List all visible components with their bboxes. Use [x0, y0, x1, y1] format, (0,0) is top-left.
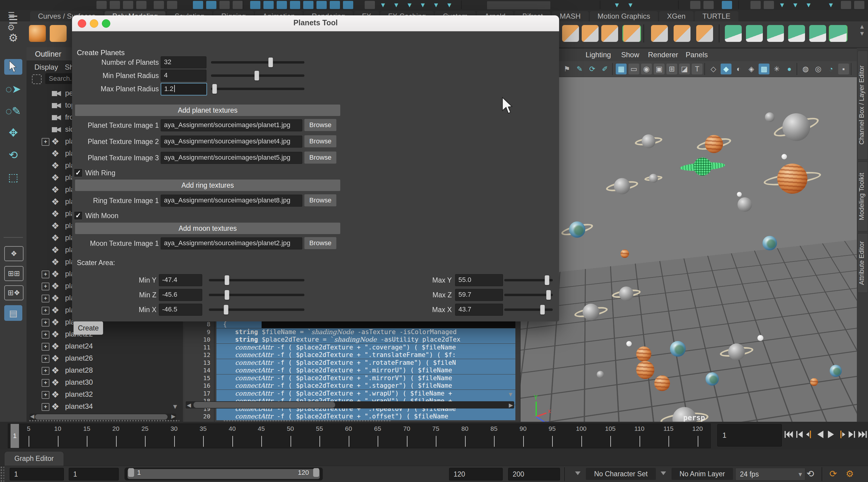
- outliner-menu-display[interactable]: Display: [34, 63, 58, 71]
- shelf-tab-motion-graphics[interactable]: Motion Graphics: [590, 11, 658, 22]
- viewport-toolbar-icon[interactable]: ◔: [826, 64, 836, 74]
- tool-menu-icon[interactable]: ☰: [4, 12, 22, 28]
- selection-box-icon[interactable]: [32, 74, 41, 84]
- toolbar-icon[interactable]: [316, 1, 327, 9]
- toolbar-icon[interactable]: [154, 1, 164, 9]
- planet[interactable]: [757, 335, 764, 341]
- range-slider[interactable]: 1 120: [124, 468, 323, 481]
- play-forward-button[interactable]: [826, 426, 836, 443]
- tool-rotate-icon[interactable]: ⟲: [4, 147, 22, 163]
- scatter-slider-handle[interactable]: [224, 305, 228, 315]
- shelf-tab-turtle[interactable]: TURTLE: [695, 11, 738, 22]
- shelf-item-icon[interactable]: [809, 25, 826, 42]
- planet[interactable]: [763, 236, 777, 250]
- go-start-button[interactable]: [784, 426, 794, 443]
- field-min-planet-radius[interactable]: 4: [161, 70, 207, 82]
- outliner-item-planet22[interactable]: +❖planet22: [27, 328, 183, 341]
- viewport-toolbar-icon[interactable]: ◈: [746, 64, 757, 74]
- expand-icon[interactable]: +: [41, 343, 50, 351]
- expand-icon[interactable]: +: [41, 138, 50, 146]
- planet[interactable]: [670, 341, 686, 357]
- texture-path-field[interactable]: aya_Assignment/sourceimages/planet2.jpg: [161, 237, 302, 250]
- toolbar-icon[interactable]: [365, 1, 375, 9]
- planet[interactable]: [649, 174, 658, 183]
- with-ring-checkbox[interactable]: ✓: [74, 168, 83, 177]
- create-button[interactable]: Create: [73, 321, 103, 335]
- viewport-menu-renderer[interactable]: Renderer: [648, 51, 678, 59]
- toolbar-icon[interactable]: ▼: [612, 1, 622, 9]
- planet[interactable]: [569, 221, 585, 238]
- tool-settings-icon[interactable]: ⚙: [4, 30, 22, 46]
- shelf-item-icon[interactable]: [601, 25, 618, 42]
- perspective-viewport[interactable]: Y x z persp ShadingLightingShowRendererP…: [520, 48, 858, 422]
- browse-button[interactable]: Browse: [304, 135, 336, 147]
- playback-loop-icon[interactable]: ⟲: [807, 469, 814, 479]
- viewport-toolbar-icon[interactable]: ▩: [758, 64, 770, 74]
- planet[interactable]: [728, 344, 745, 360]
- tool-outliner-persp-layout-icon[interactable]: ▤: [4, 305, 22, 321]
- planet[interactable]: [583, 304, 599, 321]
- shelf-item-icon[interactable]: [767, 25, 784, 42]
- planet[interactable]: [654, 375, 670, 391]
- toolbar-icon[interactable]: [136, 1, 147, 9]
- slider-track[interactable]: [211, 74, 304, 77]
- toolbar-icon[interactable]: [704, 1, 714, 9]
- planet[interactable]: [706, 372, 719, 386]
- viewport-toolbar-icon[interactable]: ◐: [733, 64, 744, 74]
- toolbar-icon[interactable]: [96, 1, 107, 9]
- planet[interactable]: [636, 361, 654, 379]
- planet[interactable]: [642, 134, 655, 148]
- toolbar-icon[interactable]: ▼: [418, 1, 428, 9]
- planet[interactable]: [636, 347, 651, 361]
- animation-end-field[interactable]: 200: [508, 468, 560, 481]
- code-line[interactable]: connectAttr -f ( $place2dTexture + ".mir…: [216, 375, 516, 382]
- shelf-scroll-arrows[interactable]: ▲▼: [859, 23, 865, 37]
- texture-path-field[interactable]: aya_Assignment/sourceimages/planet8.jpg: [161, 195, 302, 207]
- scatter-slider-handle[interactable]: [225, 275, 229, 285]
- expand-icon[interactable]: +: [41, 295, 50, 302]
- browse-button[interactable]: Browse: [304, 194, 336, 206]
- character-set-menu-icon[interactable]: [575, 472, 581, 475]
- code-line[interactable]: connectAttr -f ( $place2dTexture + ".mir…: [216, 366, 516, 374]
- add-ring-textures-button[interactable]: Add ring textures: [75, 180, 340, 191]
- tab-channel-box-layer-editor[interactable]: Channel Box / Layer Editor: [858, 51, 868, 160]
- step-forward-button[interactable]: [847, 426, 857, 443]
- toolbar-icon[interactable]: ▼: [431, 1, 441, 9]
- tool-lasso-icon[interactable]: ◌➤: [4, 81, 22, 97]
- scatter-field[interactable]: -46.5: [159, 304, 202, 316]
- toolbar-icon[interactable]: [290, 1, 300, 9]
- viewport-toolbar-icon[interactable]: ▭: [628, 64, 639, 74]
- viewport-toolbar-icon[interactable]: ✎: [574, 64, 585, 74]
- fps-dropdown[interactable]: 24 fps▾: [735, 468, 805, 481]
- viewport-toolbar-icon[interactable]: ⟳: [587, 64, 598, 74]
- planet[interactable]: [614, 178, 630, 194]
- current-frame-marker[interactable]: 1: [10, 424, 19, 448]
- expand-icon[interactable]: +: [41, 319, 50, 327]
- tab-modeling-toolkit[interactable]: Modeling Toolkit: [858, 161, 868, 231]
- toolbar-icon[interactable]: ▼: [444, 1, 455, 9]
- viewport-toolbar-icon[interactable]: ▣: [654, 64, 664, 74]
- toolbar-icon[interactable]: ▼: [777, 1, 787, 9]
- anim-layer-dropdown[interactable]: No Anim Layer: [672, 468, 733, 480]
- slider-handle[interactable]: [213, 84, 217, 94]
- toolbar-icon[interactable]: [193, 1, 203, 9]
- shelf-item-icon[interactable]: [725, 25, 742, 42]
- code-line[interactable]: string $fileName = `shadingNode -asTextu…: [216, 328, 516, 336]
- toolbar-icon[interactable]: ▼: [625, 1, 636, 9]
- playback-end-field[interactable]: 120: [449, 468, 503, 481]
- toolbar-icon[interactable]: [343, 1, 353, 9]
- viewport-menu-show[interactable]: Show: [621, 51, 639, 59]
- outliner-scroll-down-icon[interactable]: ▼: [172, 403, 179, 411]
- outliner-item-planet26[interactable]: +❖planet26: [27, 352, 183, 364]
- range-bar-grip[interactable]: [0, 466, 4, 482]
- outliner-item-planet30[interactable]: +❖planet30: [27, 377, 183, 389]
- toolbar-icon[interactable]: [277, 1, 287, 9]
- tab-graph-editor[interactable]: Graph Editor: [4, 451, 64, 466]
- shelf-item-icon[interactable]: [50, 25, 67, 42]
- scatter-field[interactable]: 55.0: [455, 274, 503, 286]
- field-number-of-planets[interactable]: 32: [161, 56, 207, 68]
- expand-icon[interactable]: +: [41, 283, 50, 290]
- toolbar-icon[interactable]: [722, 1, 732, 9]
- outliner-item-planet32[interactable]: +❖planet32: [27, 389, 183, 401]
- animation-start-field[interactable]: 1: [10, 468, 64, 481]
